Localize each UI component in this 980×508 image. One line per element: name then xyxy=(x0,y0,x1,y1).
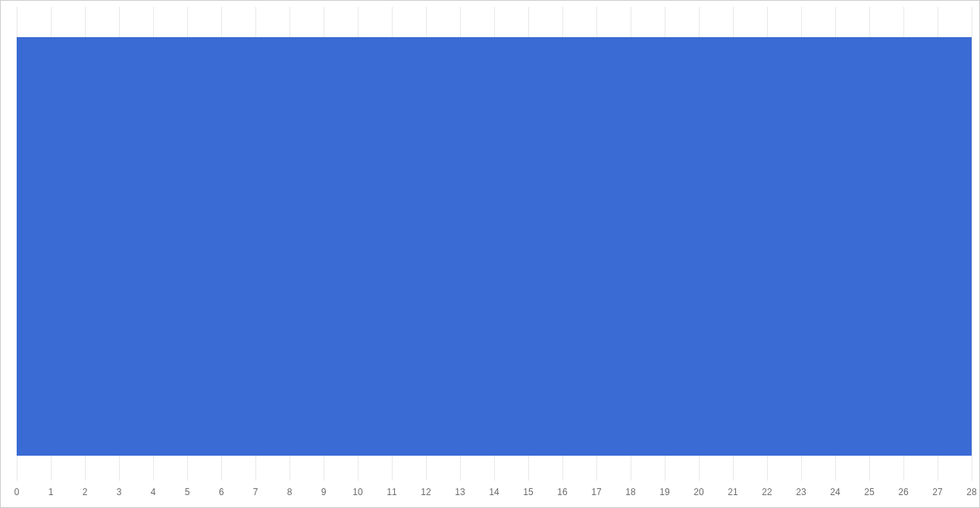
x-tick-label: 28 xyxy=(966,487,976,497)
x-tick-label: 13 xyxy=(455,487,465,497)
plot-area xyxy=(17,7,972,481)
x-tick-label: 8 xyxy=(287,487,293,497)
x-tick-label: 0 xyxy=(14,487,20,497)
x-axis: 0123456789101112131415161718192021222324… xyxy=(17,481,972,507)
x-tick-label: 5 xyxy=(185,487,190,497)
x-tick-label: 12 xyxy=(421,487,431,497)
x-tick-label: 6 xyxy=(219,487,224,497)
x-tick-label: 7 xyxy=(253,487,258,497)
x-tick-label: 17 xyxy=(591,487,601,497)
x-tick-label: 25 xyxy=(864,487,874,497)
x-tick-label: 4 xyxy=(151,487,156,497)
x-tick-label: 27 xyxy=(932,487,942,497)
x-tick-label: 19 xyxy=(659,487,669,497)
bar-0 xyxy=(17,37,972,456)
x-tick-label: 1 xyxy=(49,487,54,497)
x-tick-label: 21 xyxy=(728,487,737,497)
x-tick-label: 2 xyxy=(83,487,88,497)
x-tick-label: 20 xyxy=(694,487,703,497)
chart-container: 0123456789101112131415161718192021222324… xyxy=(0,0,980,508)
x-tick-label: 10 xyxy=(352,487,362,497)
x-tick-label: 11 xyxy=(387,487,396,497)
x-tick-label: 15 xyxy=(523,487,533,497)
x-tick-label: 16 xyxy=(557,487,567,497)
x-tick-label: 23 xyxy=(796,487,806,497)
x-tick-label: 26 xyxy=(898,487,908,497)
gridline xyxy=(972,7,972,481)
x-tick-label: 22 xyxy=(762,487,772,497)
x-tick-label: 14 xyxy=(489,487,499,497)
x-tick-label: 9 xyxy=(321,487,327,497)
x-tick-label: 24 xyxy=(830,487,840,497)
x-tick-label: 18 xyxy=(625,487,635,497)
x-tick-label: 3 xyxy=(117,487,122,497)
